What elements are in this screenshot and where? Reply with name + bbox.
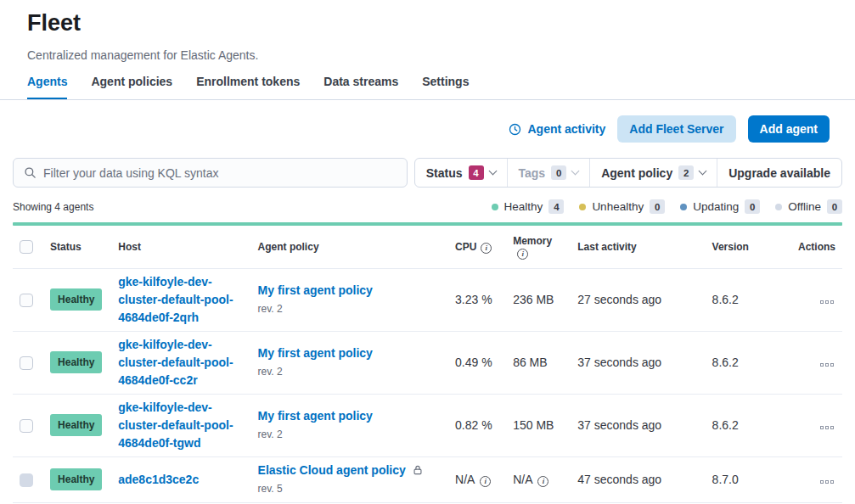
host-link[interactable]: gke-kilfoyle-dev-cluster-default-pool-46… <box>118 273 244 327</box>
tab-data-streams[interactable]: Data streams <box>323 75 398 99</box>
version-value: 8.6.2 <box>706 268 789 331</box>
header-version: Version <box>706 226 789 268</box>
filter-agent-policy-count-badge: 2 <box>678 165 694 180</box>
healthy-dot-icon <box>492 204 498 210</box>
row-checkbox[interactable] <box>20 356 33 370</box>
legend-healthy-label: Healthy <box>504 200 543 213</box>
boxes-horizontal-icon <box>820 300 824 304</box>
info-icon[interactable]: i <box>517 249 528 260</box>
header-host: Host <box>111 226 250 268</box>
legend-updating-label: Updating <box>693 200 739 213</box>
legend-offline: Offline 0 <box>775 199 842 214</box>
boxes-horizontal-icon <box>820 363 824 367</box>
agent-activity-label: Agent activity <box>527 122 605 136</box>
host-link[interactable]: gke-kilfoyle-dev-cluster-default-pool-46… <box>118 399 244 452</box>
boxes-horizontal-icon <box>820 480 824 484</box>
agents-panel: Agent activity Add Fleet Server Add agen… <box>0 100 855 504</box>
legend-unhealthy-label: Unhealthy <box>592 200 644 213</box>
header-actions: Actions <box>789 226 842 268</box>
legend-unhealthy-count: 0 <box>650 199 665 214</box>
agent-policy-link[interactable]: My first agent policy <box>258 282 373 300</box>
header-actions: Agent activity Add Fleet Server Add agen… <box>13 115 830 143</box>
kql-search-box <box>13 158 408 188</box>
legend-offline-label: Offline <box>788 200 821 213</box>
filter-agent-policy-button[interactable]: Agent policy 2 <box>589 159 717 187</box>
row-actions-button[interactable] <box>818 423 835 433</box>
filter-agent-policy-label: Agent policy <box>601 166 672 180</box>
cpu-value: N/Ai <box>448 456 506 502</box>
memory-value: 236 MB <box>506 268 571 331</box>
add-fleet-server-button[interactable]: Add Fleet Server <box>617 115 735 143</box>
status-badge: Healthy <box>50 468 102 490</box>
row-actions-button[interactable] <box>818 477 835 487</box>
version-value: 8.7.0 <box>706 456 789 502</box>
health-legend: Healthy 4 Unhealthy 0 Updating 0 Offline… <box>492 199 842 214</box>
fleet-header: Fleet Centralized management for Elastic… <box>0 0 855 100</box>
cpu-value: 0.49 % <box>448 331 506 394</box>
filter-row: Status 4 Tags 0 Agent policy 2 Upgrade a… <box>13 158 842 188</box>
row-actions-button[interactable] <box>818 360 835 370</box>
filter-status-count-badge: 4 <box>469 165 484 180</box>
row-checkbox[interactable] <box>20 294 33 307</box>
version-value: 8.6.2 <box>706 394 789 456</box>
row-checkbox-disabled <box>20 473 33 487</box>
host-link[interactable]: ade8c1d3ce2c <box>118 471 199 489</box>
policy-revision: rev. 5 <box>258 480 442 498</box>
legend-offline-count: 0 <box>827 199 842 214</box>
search-icon <box>24 166 37 179</box>
host-link[interactable]: gke-kilfoyle-dev-cluster-default-pool-46… <box>118 336 244 389</box>
cpu-value: 3.23 % <box>448 268 506 331</box>
legend-updating: Updating 0 <box>680 199 760 214</box>
row-checkbox[interactable] <box>20 419 33 433</box>
legend-updating-count: 0 <box>745 199 760 214</box>
info-icon[interactable]: i <box>480 476 491 487</box>
filter-group: Status 4 Tags 0 Agent policy 2 Upgrade a… <box>414 158 842 188</box>
info-icon[interactable]: i <box>481 243 492 254</box>
policy-revision: rev. 2 <box>258 363 442 381</box>
version-value: 8.6.2 <box>706 331 789 394</box>
row-actions-button[interactable] <box>818 297 835 307</box>
last-activity-value: 37 seconds ago <box>571 394 705 456</box>
tab-agents[interactable]: Agents <box>27 75 67 99</box>
filter-tags-count-badge: 0 <box>551 165 566 180</box>
filter-upgrade-available-button[interactable]: Upgrade available <box>717 159 841 187</box>
legend-healthy-count: 4 <box>548 199 564 214</box>
filter-tags-button[interactable]: Tags 0 <box>507 159 590 187</box>
add-agent-button[interactable]: Add agent <box>748 115 830 143</box>
chevron-down-icon <box>488 167 497 176</box>
memory-value: 150 MB <box>506 394 571 456</box>
table-row: Healthy gke-kilfoyle-dev-cluster-default… <box>13 268 842 331</box>
table-row: Healthy gke-kilfoyle-dev-cluster-default… <box>13 394 842 456</box>
tab-agent-policies[interactable]: Agent policies <box>91 75 172 99</box>
info-icon[interactable]: i <box>537 476 548 487</box>
last-activity-value: 47 seconds ago <box>571 456 705 502</box>
tab-settings[interactable]: Settings <box>422 75 469 99</box>
header-status: Status <box>43 226 111 268</box>
legend-unhealthy: Unhealthy 0 <box>579 199 665 214</box>
table-row: Healthy ade8c1d3ce2c Elastic Cloud agent… <box>13 456 842 502</box>
last-activity-value: 27 seconds ago <box>571 268 705 331</box>
status-badge: Healthy <box>50 351 102 373</box>
chevron-down-icon <box>571 167 580 176</box>
agent-policy-link[interactable]: My first agent policy <box>258 407 373 425</box>
lock-icon <box>412 464 424 476</box>
tab-enrollment-tokens[interactable]: Enrollment tokens <box>196 75 300 99</box>
status-badge: Healthy <box>50 288 102 311</box>
unhealthy-dot-icon <box>579 204 586 210</box>
clock-icon <box>509 123 521 136</box>
agent-policy-link[interactable]: My first agent policy <box>258 344 373 362</box>
last-activity-value: 37 seconds ago <box>571 331 705 394</box>
legend-healthy: Healthy 4 <box>492 199 565 214</box>
select-all-checkbox[interactable] <box>20 240 33 254</box>
updating-dot-icon <box>680 204 687 210</box>
table-header-row: Status Host Agent policy CPUi Memoryi La… <box>13 226 842 268</box>
memory-value: N/Ai <box>506 456 571 502</box>
header-agent-policy: Agent policy <box>251 226 448 268</box>
agent-activity-button[interactable]: Agent activity <box>509 122 605 136</box>
kql-search-input[interactable] <box>43 166 397 180</box>
policy-revision: rev. 2 <box>258 426 442 444</box>
agent-policy-link[interactable]: Elastic Cloud agent policy <box>258 462 406 479</box>
policy-revision: rev. 2 <box>258 300 442 318</box>
filter-tags-label: Tags <box>519 166 546 180</box>
filter-status-button[interactable]: Status 4 <box>415 159 507 187</box>
